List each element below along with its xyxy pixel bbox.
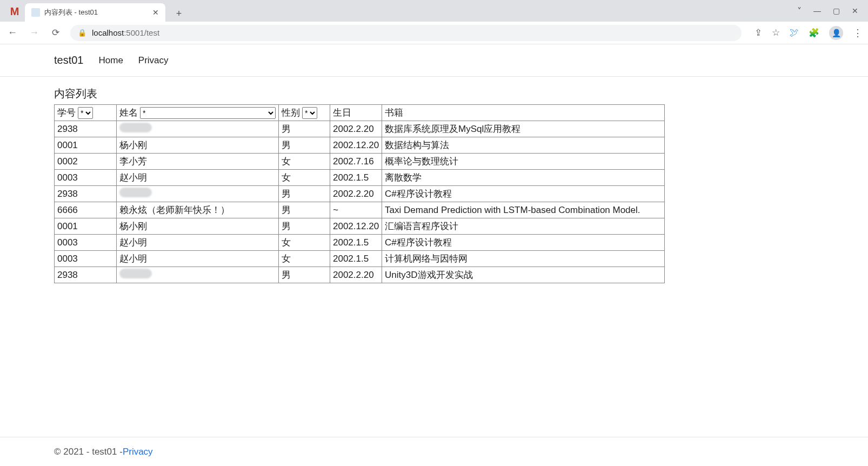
browser-tab[interactable]: 内容列表 - test01 ✕ [25,3,165,22]
table-row: 2938男2002.2.20Unity3D游戏开发实战 [55,267,665,283]
footer-privacy-link[interactable]: Privacy [123,447,153,457]
cell-book: C#程序设计教程 [382,235,665,251]
col-book-header: 书籍 [382,105,665,121]
cell-sex: 男 [279,267,330,283]
cell-id: 0003 [55,235,117,251]
cell-dob: 2002.1.5 [330,170,382,186]
cell-sex: 女 [279,235,330,251]
bookmark-icon[interactable]: ☆ [772,27,780,38]
url-path: :5001/test [124,28,159,37]
nav-privacy[interactable]: Privacy [138,55,169,66]
cell-id: 0001 [55,137,117,154]
table-row: 0001杨小刚男2002.12.20汇编语言程序设计 [55,218,665,235]
footer-text: © 2021 - test01 - [54,447,123,457]
cell-book: 数据库系统原理及MySql应用教程 [382,121,665,137]
table-row: 6666赖永炫（老师新年快乐！）男~Taxi Demand Prediction… [55,202,665,218]
cell-book: 数据结构与算法 [382,137,665,154]
table-row: 0001杨小刚男2002.12.20数据结构与算法 [55,137,665,154]
url-host: localhost [92,28,124,37]
cell-dob: 2002.2.20 [330,267,382,283]
cell-dob: 2002.1.5 [330,251,382,267]
new-tab-button[interactable]: + [171,5,187,22]
cell-sex: 男 [279,186,330,202]
cell-name: 赖永炫（老师新年快乐！） [117,202,279,218]
cell-name [117,267,279,283]
cell-name: 赵小明 [117,170,279,186]
site-navbar: test01 Home Privacy [0,44,868,77]
cell-id: 0003 [55,170,117,186]
url-text: localhost:5001/test [92,28,159,37]
cell-sex: 男 [279,121,330,137]
profile-avatar[interactable]: 👤 [829,26,843,40]
reload-button[interactable]: ⟳ [49,26,63,40]
cell-book: Taxi Demand Prediction with LSTM-based C… [382,202,665,218]
table-header-row: 学号 * 姓名 * [55,105,665,121]
share-icon[interactable]: ⇪ [755,27,762,38]
cell-book: 计算机网络与因特网 [382,251,665,267]
data-table: 学号 * 姓名 * [54,104,665,283]
tab-close-icon[interactable]: ✕ [152,8,159,17]
browser-tabstrip: M 内容列表 - test01 ✕ + ˅ — ▢ ✕ [0,0,868,22]
close-window-icon[interactable]: ✕ [852,6,858,15]
cell-id: 2938 [55,121,117,137]
cell-name: 赵小明 [117,235,279,251]
forward-button: → [27,26,41,40]
tab-favicon [31,8,40,17]
address-bar[interactable]: 🔒 localhost:5001/test [70,25,742,41]
main-content: 内容列表 学号 * [0,77,868,437]
back-button[interactable]: ← [5,26,19,40]
redacted-name [119,188,152,197]
redacted-name [119,123,152,132]
col-name-label: 姓名 [119,106,138,119]
extensions-icon[interactable]: 🧩 [809,28,819,38]
cell-dob: 2002.12.20 [330,218,382,235]
toolbar-right: ⇪ ☆ 🕊 🧩 👤 ⋮ [749,26,863,40]
cell-id: 0002 [55,154,117,170]
cell-sex: 男 [279,137,330,154]
tab-title: 内容列表 - test01 [44,8,98,17]
cell-id: 0003 [55,251,117,267]
cell-sex: 男 [279,202,330,218]
cell-dob: 2002.2.20 [330,121,382,137]
menu-icon[interactable]: ⋮ [853,27,863,39]
maximize-icon[interactable]: ▢ [833,6,840,15]
cell-book: 汇编语言程序设计 [382,218,665,235]
cell-name: 杨小刚 [117,137,279,154]
filter-id-select[interactable]: * [78,107,93,119]
col-name-header: 姓名 * [117,105,279,121]
table-row: 2938男2002.2.20数据库系统原理及MySql应用教程 [55,121,665,137]
cell-name: 杨小刚 [117,218,279,235]
cell-dob: ~ [330,202,382,218]
cell-dob: 2002.2.20 [330,186,382,202]
page-viewport: test01 Home Privacy 内容列表 学号 * [0,44,868,466]
cell-id: 2938 [55,267,117,283]
table-row: 0003赵小明女2002.1.5离散数学 [55,170,665,186]
nav-home[interactable]: Home [98,55,123,66]
tab-search-icon[interactable]: ˅ [797,6,802,16]
cell-dob: 2002.1.5 [330,235,382,251]
cell-sex: 女 [279,251,330,267]
col-id-label: 学号 [57,106,76,119]
bird-extension-icon[interactable]: 🕊 [790,28,799,38]
filter-name-select[interactable]: * [140,107,276,119]
minimize-icon[interactable]: — [813,6,821,15]
lock-icon: 🔒 [78,29,86,37]
app-badge: M [4,1,25,22]
site-footer: © 2021 - test01 - Privacy [0,437,868,466]
table-body: 2938男2002.2.20数据库系统原理及MySql应用教程0001杨小刚男2… [55,121,665,283]
cell-name: 赵小明 [117,251,279,267]
cell-book: 离散数学 [382,170,665,186]
cell-book: C#程序设计教程 [382,186,665,202]
filter-sex-select[interactable]: * [302,107,317,119]
browser-toolbar: ← → ⟳ 🔒 localhost:5001/test ⇪ ☆ 🕊 🧩 👤 ⋮ [0,22,868,44]
col-sex-header: 性别 * [279,105,330,121]
window-controls: ˅ — ▢ ✕ [787,0,868,22]
cell-dob: 2002.7.16 [330,154,382,170]
cell-sex: 女 [279,170,330,186]
cell-sex: 女 [279,154,330,170]
redacted-name [119,269,152,278]
brand[interactable]: test01 [54,54,83,66]
cell-name [117,186,279,202]
cell-book: Unity3D游戏开发实战 [382,267,665,283]
col-sex-label: 性别 [282,106,300,119]
